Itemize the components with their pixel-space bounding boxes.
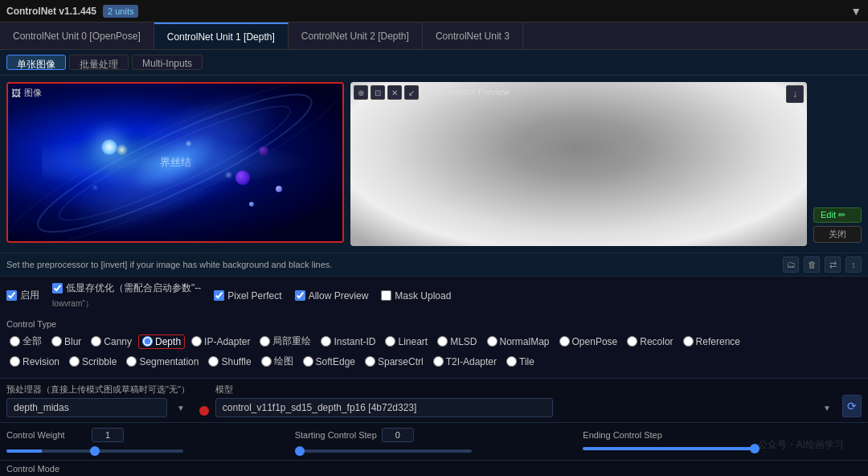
allow-preview-checkbox[interactable]: Allow Preview — [295, 290, 369, 302]
sub-tab-single[interactable]: 单张图像 — [6, 55, 66, 70]
image-upload-area[interactable]: 🖼 图像 界丝结 — [6, 82, 344, 243]
info-bar: Set the preprocessor to [invert] if your… — [0, 252, 868, 276]
pixel-perfect-input[interactable] — [214, 290, 224, 301]
preview-download-btn[interactable]: ↓ — [786, 85, 804, 103]
starting-step-group: Starting Control Step 0 — [295, 428, 574, 455]
radio-instant-id[interactable]: Instant-ID — [317, 334, 379, 349]
pixel-perfect-label: Pixel Perfect — [227, 290, 281, 302]
preview-reset-btn[interactable]: ⊡ — [371, 85, 385, 100]
preprocessor-select-arrow: ▼ — [177, 404, 185, 412]
radio-ip-adapter[interactable]: IP-Adapter — [188, 334, 253, 349]
radio-shuffle[interactable]: Shuffle — [205, 355, 254, 369]
control-mode-section: Control Mode — [0, 460, 868, 476]
lowvram-checkbox[interactable]: 低显存优化（需配合启动参数"-- lowvram"） — [52, 281, 201, 310]
model-select-wrapper: control_v11f1p_sd15_depth_fp16 [4b72d323… — [215, 398, 836, 417]
info-icons: 🗂 🗑 ⇄ ↕ — [783, 256, 862, 273]
tab-unit3[interactable]: ControlNet Unit 3 — [423, 23, 523, 49]
enable-checkbox[interactable]: 启用 — [6, 289, 39, 302]
collapse-arrow[interactable]: ▼ — [850, 5, 862, 18]
radio-scribble[interactable]: Scribble — [66, 355, 120, 369]
control-type-row1: 全部 Blur Canny Depth IP-Adapter 局部重绘 Inst… — [6, 333, 862, 350]
control-weight-value: 1 — [92, 428, 124, 442]
pixel-perfect-checkbox[interactable]: Pixel Perfect — [214, 290, 281, 302]
galaxy-image: 界丝结 — [8, 84, 342, 241]
preprocessor-select-wrapper: depth_midas ▼ — [6, 398, 190, 417]
radio-recolor[interactable]: Recolor — [624, 334, 676, 349]
units-badge: 2 units — [103, 5, 138, 18]
radio-mlsd[interactable]: MLSD — [434, 334, 480, 349]
model-refresh-button[interactable]: ⟳ — [842, 395, 862, 417]
sub-tab-batch[interactable]: 批量处理 — [69, 55, 129, 70]
starting-step-slider-wrapper — [295, 444, 574, 455]
mask-upload-label: Mask Upload — [395, 290, 451, 302]
center-star — [101, 139, 117, 155]
control-weight-slider[interactable] — [6, 449, 183, 453]
radio-openpose[interactable]: OpenPose — [556, 334, 621, 349]
model-label: 模型 — [215, 384, 836, 396]
radio-blur[interactable]: Blur — [48, 334, 84, 349]
edit-button[interactable]: Edit ✏ — [813, 207, 862, 223]
radio-all[interactable]: 全部 — [6, 333, 45, 350]
sub-tab-bar: 单张图像 批量处理 Multi-Inputs — [0, 50, 868, 76]
allow-preview-input[interactable] — [295, 290, 305, 301]
ending-step-group: Ending Control Step — [583, 430, 862, 453]
preprocessor-preview-label: Preprocessor Preview — [423, 87, 510, 96]
enable-label: 启用 — [20, 289, 39, 302]
radio-sparsectrl[interactable]: SparseCtrl — [362, 355, 427, 369]
preview-toolbar: ⊕ ⊡ ✕ ↙ — [354, 85, 419, 100]
enable-checkbox-input[interactable] — [6, 290, 17, 301]
lowvram-sublabel: lowvram"） — [52, 298, 93, 310]
radio-tile[interactable]: Tile — [503, 355, 538, 369]
tab-unit2[interactable]: ControlNet Unit 2 [Depth] — [289, 23, 423, 49]
close-button[interactable]: 关闭 — [813, 226, 862, 243]
radio-revision[interactable]: Revision — [6, 355, 63, 369]
starting-step-slider[interactable] — [295, 449, 472, 453]
mask-upload-checkbox[interactable]: Mask Upload — [381, 290, 451, 302]
galaxy-watermark: 界丝结 — [160, 155, 191, 170]
model-select-arrow: ▼ — [823, 404, 831, 412]
main-content: 🖼 图像 界丝结 ⊕ ⊡ ✕ ↙ Pre — [0, 76, 868, 252]
preprocessor-label: 预处理器（直接上传模式图或草稿时可选"无"） — [6, 384, 190, 396]
tab-unit1[interactable]: ControlNet Unit 1 [Depth] — [154, 23, 289, 49]
info-icon-2[interactable]: 🗑 — [804, 256, 820, 273]
info-icon-4[interactable]: ↕ — [845, 256, 862, 273]
preprocessor-select[interactable]: depth_midas — [6, 398, 167, 417]
preprocessor-preview-area: ⊕ ⊡ ✕ ↙ Preprocessor Preview ↓ — [350, 82, 807, 246]
top-bar: ControlNet v1.1.445 2 units ▼ — [0, 0, 868, 23]
radio-local-redraw[interactable]: 局部重绘 — [256, 333, 314, 350]
info-icon-3[interactable]: ⇄ — [825, 256, 841, 273]
preprocessor-group: 预处理器（直接上传模式图或草稿时可选"无"） depth_midas ▼ — [6, 384, 190, 417]
planet-2 — [259, 146, 268, 156]
model-select[interactable]: control_v11f1p_sd15_depth_fp16 [4b72d323… — [215, 398, 553, 417]
planet-1 — [235, 170, 250, 185]
allow-preview-label: Allow Preview — [309, 290, 369, 302]
radio-canny[interactable]: Canny — [88, 334, 135, 349]
depth-map-image — [350, 82, 807, 246]
radio-drawing[interactable]: 绘图 — [258, 353, 297, 370]
radio-lineart[interactable]: Lineart — [382, 334, 431, 349]
radio-reference[interactable]: Reference — [680, 334, 743, 349]
control-weight-label: Control Weight — [6, 430, 87, 440]
mask-upload-input[interactable] — [381, 290, 391, 301]
control-type-section: Control Type 全部 Blur Canny Depth IP-Adap… — [0, 314, 868, 378]
lowvram-checkbox-input[interactable] — [52, 283, 63, 293]
starting-step-value: 0 — [382, 428, 414, 442]
controls-section: 启用 低显存优化（需配合启动参数"-- lowvram"） Pixel Perf… — [0, 276, 868, 314]
radio-softedge[interactable]: SoftEdge — [300, 355, 358, 369]
radio-normalmap[interactable]: NormalMap — [484, 334, 553, 349]
preprocessor-model-section: 预处理器（直接上传模式图或草稿时可选"无"） depth_midas ▼ 模型 … — [0, 378, 868, 422]
sub-tab-multi[interactable]: Multi-Inputs — [132, 55, 203, 70]
radio-segmentation[interactable]: Segmentation — [123, 355, 202, 369]
ending-step-slider[interactable] — [583, 447, 760, 450]
tab-unit0[interactable]: ControlNet Unit 0 [OpenPose] — [0, 23, 154, 49]
control-type-title: Control Type — [6, 319, 862, 329]
preview-close-btn[interactable]: ✕ — [387, 85, 402, 100]
ending-step-label: Ending Control Step — [583, 430, 663, 440]
preview-expand-btn[interactable]: ↙ — [404, 85, 419, 100]
radio-t2i-adapter[interactable]: T2I-Adapter — [430, 355, 500, 369]
preview-zoom-btn[interactable]: ⊕ — [354, 85, 368, 100]
info-icon-1[interactable]: 🗂 — [783, 256, 799, 273]
radio-depth[interactable]: Depth — [138, 334, 185, 349]
ending-step-slider-wrapper — [583, 441, 862, 453]
app-title: ControlNet v1.1.445 — [6, 6, 96, 17]
